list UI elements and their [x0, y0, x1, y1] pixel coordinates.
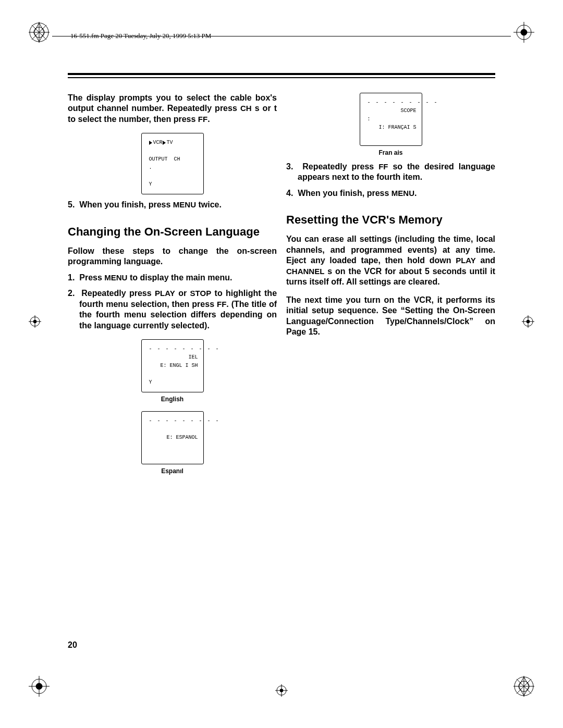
display-figure: VCRTV OUTPUT CH . Y [68, 133, 277, 194]
key-label: STOP [190, 289, 212, 298]
text: OUTPUT CH [149, 155, 198, 164]
crosshair-icon [275, 684, 288, 697]
body-text: You can erase all settings (including th… [286, 234, 495, 287]
header-meta-text: 16-551.fm Page 20 Tuesday, July 20, 1999… [70, 32, 211, 40]
text: SCOPE [400, 108, 416, 114]
page-number: 20 [68, 640, 77, 650]
text: Repeatedly press [302, 162, 378, 171]
crop-mark-icon [513, 22, 534, 43]
vcr-display: - - - - - - - - - IEL E: ENGL I SH Y [141, 339, 204, 392]
crosshair-icon [29, 315, 41, 328]
text: . [149, 164, 198, 172]
text: . [207, 115, 210, 124]
text: twice. [196, 200, 222, 209]
crop-mark-icon [513, 676, 534, 697]
text: E: ESPANOL [166, 435, 198, 440]
text: and [476, 256, 495, 265]
display-figure: - - - - - - - - - IEL E: ENGL I SH Y Eng… [68, 339, 277, 403]
text: TV [167, 140, 173, 145]
key-label: PLAY [456, 256, 476, 265]
text: When you finish, press [298, 189, 391, 198]
text: When you finish, press [79, 200, 173, 209]
text: Y [149, 180, 198, 189]
header-meta: 16-551.fm Page 20 Tuesday, July 20, 1999… [52, 29, 511, 44]
vcr-display: VCRTV OUTPUT CH . Y [141, 133, 204, 194]
crosshair-icon [522, 315, 534, 328]
vcr-display: - - - - - - - - - SCOPE : I: FRANÇAI S [360, 93, 422, 146]
text: VCR [153, 140, 163, 145]
body-text: The display prompts you to select the ca… [68, 93, 277, 125]
text: or [175, 289, 190, 298]
key-label: MENU [173, 200, 196, 209]
text: IEL [188, 354, 198, 360]
list-item: 5. When you finish, press MENU twice. [68, 200, 277, 210]
body-text: The next time you turn on the VCR, it pe… [286, 295, 495, 338]
section-heading: Resetting the VCR's Memory [286, 213, 495, 227]
caption: English [68, 396, 277, 403]
text: Repeatedly press [81, 289, 155, 298]
list-item: 3. Repeatedly press FF so the desired la… [286, 162, 495, 183]
display-figure: - - - - - - - - - SCOPE : I: FRANÇAI S F… [286, 93, 495, 156]
caption: Espanıl [68, 467, 277, 475]
key-label: PLAY [155, 289, 175, 298]
key-label: CH [240, 104, 252, 113]
right-column: - - - - - - - - - SCOPE : I: FRANÇAI S F… [286, 93, 495, 480]
text: to display the main menu. [127, 273, 232, 282]
left-column: The display prompts you to select the ca… [68, 93, 277, 480]
divider [68, 77, 495, 78]
play-icon [163, 141, 166, 145]
text: E: ENGL I SH [160, 363, 198, 368]
text: Press [79, 273, 104, 282]
key-label: MENU [391, 189, 414, 198]
play-icon [149, 141, 152, 145]
key-label: FF [217, 300, 226, 309]
display-figure: - - - - - - - - - E: ESPANOL Espanıl [68, 411, 277, 475]
text: Y [149, 378, 198, 387]
crop-mark-icon [29, 22, 50, 43]
list-item: 4. When you finish, press MENU. [286, 188, 495, 199]
list-item: 2. Repeatedly press PLAY or STOP to high… [68, 288, 277, 331]
content: The display prompts you to select the ca… [68, 73, 495, 650]
section-heading: Changing the On-Screen Language [68, 225, 277, 239]
key-label: MENU [104, 273, 127, 282]
text: : [368, 115, 417, 124]
body-text: Follow these steps to change the on-scre… [68, 246, 277, 267]
crop-mark-icon [29, 676, 50, 697]
key-label: FF [198, 115, 207, 124]
page: 16-551.fm Page 20 Tuesday, July 20, 1999… [0, 0, 563, 728]
caption: Fran ais [286, 149, 495, 156]
key-label: CHANNEL [286, 267, 324, 276]
key-label: FF [378, 162, 388, 171]
divider [68, 73, 495, 75]
list-item: 1. Press MENU to display the main menu. [68, 273, 277, 283]
vcr-display: - - - - - - - - - E: ESPANOL [141, 411, 204, 464]
text: . [414, 189, 417, 198]
text: I: FRANÇAI S [378, 125, 416, 130]
